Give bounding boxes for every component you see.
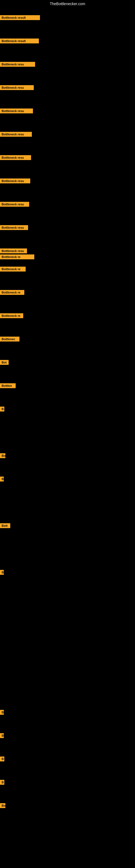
bottleneck-result-badge: Bottlen xyxy=(0,383,16,388)
bottleneck-result-badge: Bo xyxy=(0,453,5,458)
bottleneck-result-badge: Bottleneck resu xyxy=(0,179,30,183)
bottleneck-result-badge: Bottleneck resu xyxy=(0,132,32,137)
bottleneck-result-badge: Bottleneck re xyxy=(0,267,26,272)
site-title: TheBottlenecker.com xyxy=(0,0,135,8)
bottleneck-result-badge: Bott xyxy=(0,523,10,528)
bottleneck-result-badge: B xyxy=(0,570,4,575)
bottleneck-result-badge: Bot xyxy=(0,360,9,365)
bottleneck-result-badge: Bo xyxy=(0,803,5,808)
bottleneck-result-badge: B xyxy=(0,733,4,738)
bottleneck-result-badge: B xyxy=(0,407,4,411)
bottleneck-result-badge: Bottleneck resu xyxy=(0,248,27,253)
bottleneck-result-badge: Bottleneck re xyxy=(0,313,23,318)
bottleneck-result-badge: Bottleneck re xyxy=(0,254,34,259)
bottleneck-result-badge: Bottlenec xyxy=(0,337,19,341)
bottleneck-result-badge: B xyxy=(0,780,4,785)
bottleneck-result-badge: Bottleneck result xyxy=(0,38,39,43)
bottleneck-result-badge: Bottleneck re xyxy=(0,290,24,295)
bottleneck-result-badge: B xyxy=(0,710,4,715)
bottleneck-result-badge: Bottleneck resu xyxy=(0,225,28,230)
bottleneck-result-badge: Bottleneck resu xyxy=(0,108,33,113)
bottleneck-result-badge: Bottleneck resu xyxy=(0,155,31,160)
bottleneck-result-badge: Bottleneck result xyxy=(0,15,40,20)
bottleneck-result-badge: Bottleneck resu xyxy=(0,62,35,67)
bottleneck-result-badge: B xyxy=(0,756,4,762)
bottleneck-result-badge: B xyxy=(0,476,4,482)
bottleneck-result-badge: Bottleneck resu xyxy=(0,202,29,207)
bottleneck-result-badge: Bottleneck resu xyxy=(0,85,34,90)
